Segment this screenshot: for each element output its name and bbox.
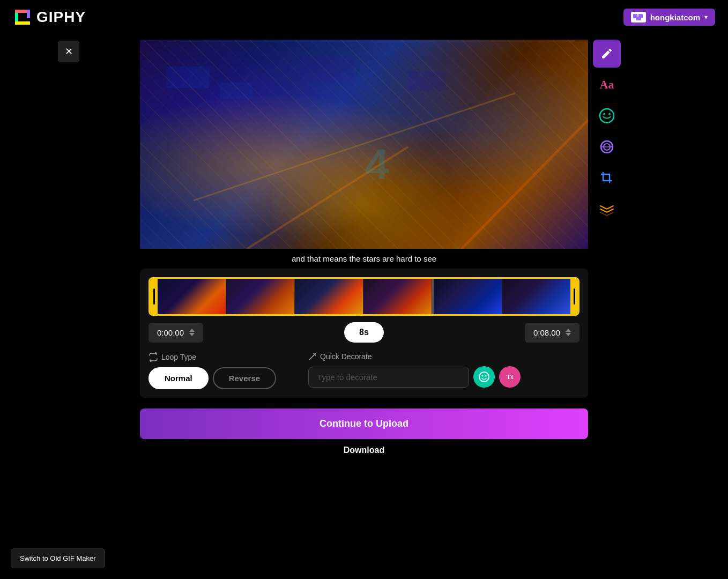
timeline-frames bbox=[158, 279, 570, 314]
end-time-down-arrow[interactable] bbox=[566, 333, 571, 336]
svg-line-15 bbox=[194, 93, 515, 201]
loop-type-group: Loop Type Normal Reverse bbox=[148, 352, 276, 389]
video-subtitle: and that means the stars are hard to see bbox=[140, 249, 588, 266]
close-button[interactable]: ✕ bbox=[58, 41, 79, 62]
svg-point-10 bbox=[608, 113, 611, 115]
quick-decorate-text: Quick Decorate bbox=[320, 352, 372, 361]
decorate-sticker-button[interactable] bbox=[473, 366, 495, 388]
loop-buttons: Normal Reverse bbox=[148, 367, 276, 389]
video-frame: 4 bbox=[140, 40, 588, 249]
download-link[interactable]: Download bbox=[140, 446, 588, 455]
svg-rect-4 bbox=[15, 21, 30, 25]
wand-icon bbox=[308, 352, 317, 361]
svg-line-16 bbox=[462, 120, 588, 249]
svg-rect-3 bbox=[27, 10, 30, 18]
effects-icon bbox=[599, 139, 614, 154]
pencil-icon bbox=[600, 47, 613, 60]
start-time-spinner[interactable] bbox=[189, 329, 195, 336]
end-time-display: 0:08.00 bbox=[525, 323, 580, 343]
handle-line-right bbox=[574, 288, 575, 305]
quick-decorate-label: Quick Decorate bbox=[308, 352, 521, 361]
continue-upload-button[interactable]: Continue to Upload bbox=[140, 409, 588, 439]
pencil-tool-button[interactable] bbox=[593, 40, 621, 68]
decorate-row: Tt bbox=[308, 366, 521, 388]
start-time-up-arrow[interactable] bbox=[189, 329, 195, 332]
effects-tool-button[interactable] bbox=[593, 133, 621, 161]
frame-6 bbox=[502, 279, 570, 314]
svg-point-8 bbox=[600, 109, 614, 123]
frame-3 bbox=[295, 279, 363, 314]
duration-badge: 8s bbox=[344, 322, 384, 343]
frame-4 bbox=[363, 279, 432, 314]
svg-point-27 bbox=[485, 375, 487, 377]
username-label: hongkiatcom bbox=[650, 13, 700, 22]
sticker-icon bbox=[599, 108, 615, 124]
layers-tool-button[interactable] bbox=[593, 195, 621, 223]
svg-line-22 bbox=[309, 355, 314, 360]
chevron-down-icon: ▾ bbox=[704, 13, 708, 21]
loop-type-text: Loop Type bbox=[161, 353, 196, 361]
svg-rect-18 bbox=[220, 83, 252, 99]
svg-rect-17 bbox=[167, 66, 210, 88]
end-time-value: 0:08.00 bbox=[533, 328, 560, 337]
sticker-decorate-icon bbox=[478, 371, 490, 383]
frame-2 bbox=[226, 279, 295, 314]
frame-5 bbox=[434, 279, 502, 314]
start-time-value: 0:00.00 bbox=[157, 328, 184, 337]
decorate-input[interactable] bbox=[308, 367, 469, 388]
end-time-spinner[interactable] bbox=[566, 329, 571, 336]
start-time-display: 0:00.00 bbox=[148, 323, 203, 343]
user-avatar-icon bbox=[631, 12, 646, 23]
svg-text:4: 4 bbox=[365, 140, 389, 188]
cta-section: Continue to Upload Download bbox=[140, 409, 588, 455]
logo-text: GIPHY bbox=[36, 9, 86, 26]
svg-rect-20 bbox=[408, 72, 445, 91]
old-gif-maker-button[interactable]: Switch to Old GIF Maker bbox=[11, 548, 105, 568]
text-tool-button[interactable]: Aa bbox=[593, 71, 621, 99]
layers-icon bbox=[599, 202, 615, 217]
logo-area: GIPHY bbox=[13, 8, 86, 27]
crop-icon bbox=[599, 170, 614, 185]
giphy-logo-icon bbox=[13, 8, 32, 27]
svg-line-14 bbox=[247, 147, 408, 249]
main-content: ✕ Aa bbox=[0, 34, 728, 466]
frame-1 bbox=[158, 279, 226, 314]
right-toolbar: Aa bbox=[593, 40, 621, 223]
header: GIPHY hongkiatcom ▾ bbox=[0, 0, 728, 34]
svg-rect-7 bbox=[636, 17, 641, 20]
svg-rect-19 bbox=[301, 56, 354, 83]
loop-icon bbox=[148, 352, 158, 362]
reverse-loop-button[interactable]: Reverse bbox=[213, 367, 276, 389]
timeline-handle-left[interactable] bbox=[150, 279, 158, 314]
svg-point-9 bbox=[603, 113, 605, 115]
normal-loop-button[interactable]: Normal bbox=[148, 367, 209, 389]
timeline-handle-right[interactable] bbox=[570, 279, 578, 314]
svg-point-25 bbox=[479, 372, 489, 382]
crop-tool-button[interactable] bbox=[593, 164, 621, 192]
sticker-tool-button[interactable] bbox=[593, 102, 621, 130]
quick-decorate-group: Quick Decorate Tt bbox=[308, 352, 521, 388]
timeline-section: 0:00.00 8s 0:08.00 bbox=[140, 269, 588, 398]
start-time-down-arrow[interactable] bbox=[189, 333, 195, 336]
video-container: 4 and that means the stars are hard to s… bbox=[140, 40, 588, 266]
user-badge[interactable]: hongkiatcom ▾ bbox=[623, 9, 715, 26]
svg-point-26 bbox=[482, 375, 484, 377]
timeline-strip[interactable] bbox=[148, 277, 580, 316]
handle-line-left bbox=[153, 288, 155, 305]
loop-type-label: Loop Type bbox=[148, 352, 276, 362]
decorate-text-button[interactable]: Tt bbox=[499, 366, 521, 388]
end-time-up-arrow[interactable] bbox=[566, 329, 571, 332]
bottom-controls: Loop Type Normal Reverse Quick Decorate bbox=[148, 352, 580, 389]
time-controls: 0:00.00 8s 0:08.00 bbox=[148, 322, 580, 343]
